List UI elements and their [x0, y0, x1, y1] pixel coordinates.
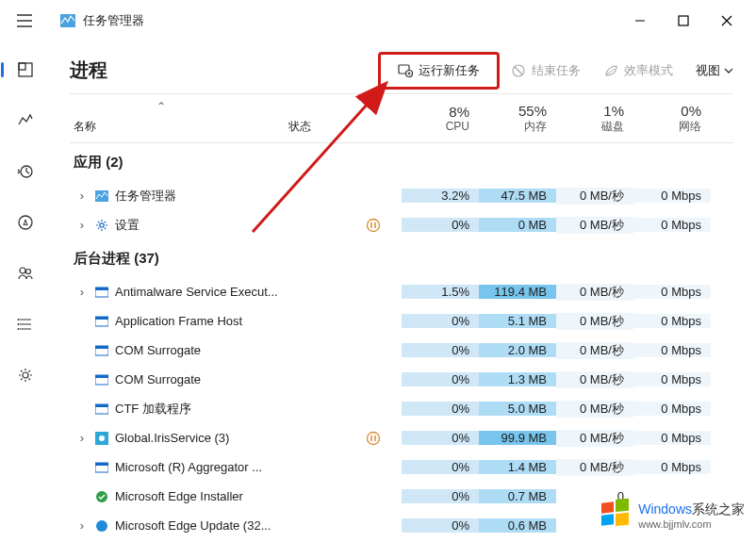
header-disk[interactable]: 1%磁盘 — [556, 94, 633, 142]
sort-indicator-icon: ⌃ — [156, 100, 166, 113]
table-row[interactable]: ›任务管理器 3.2% 47.5 MB 0 MB/秒 0 Mbps — [70, 181, 733, 210]
svg-rect-39 — [616, 513, 629, 526]
end-task-button: 结束任务 — [500, 57, 592, 85]
edge-installer-icon — [94, 489, 109, 504]
svg-point-5 — [19, 216, 32, 229]
nav-services[interactable] — [7, 358, 44, 392]
view-label: 视图 — [696, 62, 720, 79]
nav-details[interactable] — [7, 307, 44, 341]
app-row-icon — [94, 189, 109, 204]
pause-icon — [366, 218, 381, 233]
svg-rect-38 — [601, 514, 614, 525]
page-title: 进程 — [70, 57, 107, 83]
settings-row-icon — [94, 218, 109, 233]
process-row-icon — [94, 343, 109, 358]
details-icon — [17, 316, 34, 333]
header-name[interactable]: ⌃ 名称 — [70, 94, 288, 142]
table-row[interactable]: ›设置 0% 0 MB 0 MB/秒 0 Mbps — [70, 210, 733, 239]
table-row[interactable]: ›Global.IrisService (3) 0% 99.9 MB 0 MB/… — [70, 423, 733, 452]
svg-rect-3 — [19, 63, 25, 70]
efficiency-label: 效率模式 — [624, 62, 673, 79]
nav-users[interactable] — [7, 256, 44, 290]
svg-rect-37 — [616, 499, 629, 512]
toolbar: 进程 运行新任务 结束任务 效率模式 视图 — [70, 47, 733, 94]
processes-icon — [17, 61, 34, 78]
expand-icon[interactable]: › — [75, 285, 89, 299]
header-network[interactable]: 0%网络 — [633, 94, 711, 142]
header-memory[interactable]: 55%内存 — [479, 94, 556, 142]
process-row-icon — [94, 372, 109, 387]
svg-point-34 — [96, 520, 107, 532]
end-task-icon — [511, 63, 526, 78]
run-task-icon — [398, 63, 413, 78]
svg-point-16 — [100, 222, 104, 226]
performance-icon — [17, 112, 34, 129]
process-row-icon — [94, 460, 109, 475]
maximize-button[interactable] — [662, 6, 705, 36]
view-button[interactable]: 视图 — [696, 62, 733, 79]
chevron-down-icon — [724, 66, 733, 75]
expand-icon[interactable]: › — [75, 218, 89, 232]
svg-rect-25 — [95, 375, 108, 378]
startup-icon — [17, 214, 34, 231]
svg-point-6 — [20, 268, 25, 273]
svg-point-11 — [23, 372, 28, 378]
group-background[interactable]: 后台进程 (37) — [70, 239, 733, 277]
svg-point-7 — [26, 270, 31, 274]
table-row[interactable]: COM Surrogate 0% 1.3 MB 0 MB/秒 0 Mbps — [70, 365, 733, 394]
svg-rect-23 — [95, 346, 108, 349]
iris-row-icon — [94, 431, 109, 446]
table-row[interactable]: CTF 加载程序 0% 5.0 MB 0 MB/秒 0 Mbps — [70, 394, 733, 423]
column-headers: ⌃ 名称 状态 8%CPU 55%内存 1%磁盘 0%网络 — [70, 94, 733, 143]
table-row[interactable]: Microsoft (R) Aggregator ... 0% 1.4 MB 0… — [70, 452, 733, 482]
nav-startup[interactable] — [7, 205, 44, 239]
group-apps[interactable]: 应用 (2) — [70, 143, 733, 181]
menu-button[interactable] — [8, 4, 41, 38]
header-status[interactable]: 状态 — [288, 94, 402, 142]
svg-rect-21 — [95, 317, 108, 320]
edge-update-icon — [94, 518, 109, 534]
header-cpu[interactable]: 8%CPU — [402, 94, 479, 142]
svg-point-17 — [368, 219, 380, 231]
svg-rect-32 — [95, 463, 108, 466]
svg-rect-1 — [679, 16, 688, 25]
main: 进程 运行新任务 结束任务 效率模式 视图 ⌃ 名称 — [51, 41, 756, 542]
users-icon — [17, 265, 34, 282]
process-row-icon — [94, 314, 109, 329]
watermark-url: www.bjjmlv.com — [638, 518, 745, 530]
table-row[interactable]: COM Surrogate 0% 2.0 MB 0 MB/秒 0 Mbps — [70, 336, 733, 365]
close-button[interactable] — [705, 6, 748, 36]
svg-point-30 — [368, 432, 380, 444]
table-row[interactable]: ›Antimalware Service Execut... 1.5% 119.… — [70, 277, 733, 306]
windows-logo-icon — [599, 499, 633, 533]
nav-processes[interactable] — [7, 53, 44, 87]
pause-icon — [366, 431, 381, 446]
close-icon — [721, 15, 732, 26]
efficiency-mode-button: 效率模式 — [592, 57, 684, 85]
run-new-task-label: 运行新任务 — [419, 62, 480, 79]
minimize-button[interactable] — [618, 6, 662, 36]
table-row[interactable]: Application Frame Host 0% 5.1 MB 0 MB/秒 … — [70, 306, 733, 336]
watermark: Windows系统之家 www.bjjmlv.com — [599, 499, 745, 533]
svg-rect-15 — [95, 190, 108, 202]
svg-point-10 — [18, 328, 20, 330]
titlebar: 任务管理器 — [0, 0, 756, 41]
app-icon — [58, 11, 77, 30]
run-new-task-button[interactable]: 运行新任务 — [378, 52, 500, 90]
leaf-icon — [603, 63, 618, 78]
svg-point-29 — [99, 435, 105, 441]
expand-icon[interactable]: › — [75, 431, 89, 445]
sidebar — [0, 41, 51, 542]
svg-rect-36 — [601, 501, 614, 513]
svg-rect-19 — [95, 287, 108, 290]
nav-performance[interactable] — [7, 104, 44, 138]
window-title: 任务管理器 — [83, 12, 144, 29]
process-list[interactable]: 应用 (2) ›任务管理器 3.2% 47.5 MB 0 MB/秒 0 Mbps… — [70, 143, 733, 534]
end-task-label: 结束任务 — [532, 62, 581, 79]
nav-apphistory[interactable] — [7, 155, 44, 189]
expand-icon[interactable]: › — [75, 189, 89, 203]
expand-icon[interactable]: › — [75, 518, 89, 533]
svg-point-8 — [18, 319, 20, 320]
services-icon — [17, 367, 34, 384]
svg-rect-27 — [95, 404, 108, 407]
